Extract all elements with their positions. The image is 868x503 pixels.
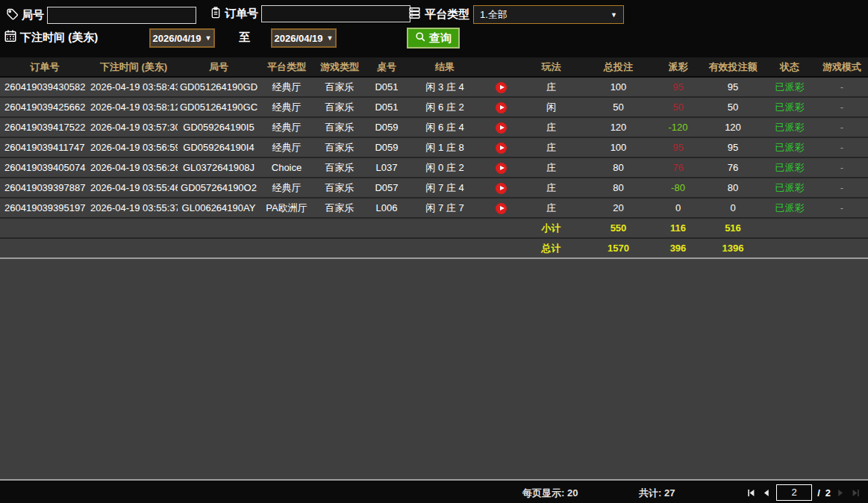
- cell-empty: [260, 218, 313, 238]
- per-page-label: 每页显示: 20: [522, 487, 578, 500]
- server-stack-icon: [408, 7, 421, 22]
- subtotal-valid-bet: 516: [702, 218, 764, 238]
- cell-platform: 经典厅: [260, 117, 313, 137]
- cell-valid-bet: 0: [702, 198, 764, 218]
- cell-table-id: D051: [366, 97, 408, 117]
- replay-play-icon[interactable]: [496, 122, 507, 134]
- tag-icon: [6, 7, 19, 23]
- page-separator: /: [817, 487, 820, 499]
- replay-play-icon[interactable]: [496, 163, 507, 174]
- table-row: 2604190394117472026-04-19 03:56:59GD0592…: [0, 137, 868, 157]
- cell-round-id: GD059264190I4: [178, 137, 260, 157]
- column-header-12: 状态: [764, 57, 816, 77]
- cell-empty: [366, 238, 408, 258]
- order-input[interactable]: [261, 5, 410, 22]
- date-to-select[interactable]: 2026/04/19 ▼: [271, 28, 337, 48]
- cell-status: 已派彩: [764, 137, 816, 157]
- replay-play-icon[interactable]: [496, 102, 507, 113]
- cell-total-bet: 80: [583, 157, 654, 178]
- bet-records-table-area: 订单号下注时间 (美东)局号平台类型游戏类型桌号结果玩法总投注派彩有效投注额状态…: [0, 57, 868, 481]
- cell-game-type: 百家乐: [313, 137, 366, 157]
- result-cell-play: [482, 137, 519, 157]
- bet-records-table: 订单号下注时间 (美东)局号平台类型游戏类型桌号结果玩法总投注派彩有效投注额状态…: [0, 57, 868, 259]
- cell-status: 已派彩: [764, 157, 816, 178]
- result-cell-play: [482, 77, 519, 97]
- cell-empty: [0, 218, 90, 238]
- column-header-11: 有效投注额: [702, 57, 764, 77]
- replay-play-icon[interactable]: [496, 203, 507, 214]
- cell-order-id: 260419039417522: [0, 117, 90, 137]
- platform-filter: 平台类型 1.全部 ▼: [408, 5, 624, 24]
- order-label: 订单号: [225, 7, 258, 21]
- cell-result: 闲 3 庄 4: [408, 77, 482, 97]
- platform-select[interactable]: 1.全部 ▼: [473, 5, 624, 24]
- cell-play: 庄: [519, 198, 583, 218]
- cell-table-id: D057: [366, 178, 408, 198]
- cell-round-id: GL0372641908J: [178, 157, 260, 178]
- cell-play: 庄: [519, 157, 583, 178]
- cell-total-bet: 100: [583, 77, 654, 97]
- calendar-icon: [4, 29, 17, 46]
- cell-bet-time: 2026-04-19 03:57:30: [90, 117, 178, 137]
- column-header-0: 订单号: [0, 57, 90, 77]
- date-from-select[interactable]: 2026/04/19 ▼: [149, 28, 215, 48]
- first-page-button[interactable]: [746, 488, 756, 498]
- cell-table-id: D059: [366, 137, 408, 157]
- cell-bet-time: 2026-04-19 03:58:43: [90, 77, 178, 97]
- replay-play-icon[interactable]: [496, 143, 507, 154]
- cell-empty: [408, 238, 482, 258]
- total-payout: 396: [654, 238, 702, 258]
- last-page-button[interactable]: [851, 488, 861, 498]
- cell-total-bet: 100: [583, 137, 654, 157]
- subtotal-row: 小计550116516: [0, 218, 868, 238]
- replay-play-icon[interactable]: [496, 82, 507, 93]
- page-navigation: / 2: [746, 484, 861, 501]
- cell-empty: [90, 218, 178, 238]
- cell-status: 已派彩: [764, 77, 816, 97]
- cell-valid-bet: 80: [702, 178, 764, 198]
- cell-platform: 经典厅: [260, 77, 313, 97]
- date-to-wrap: 2026/04/19 ▼: [271, 28, 337, 48]
- cell-order-id: 260419039395197: [0, 198, 90, 218]
- cell-platform: Choice: [260, 157, 313, 178]
- replay-play-icon[interactable]: [496, 183, 507, 194]
- total-label: 总计: [519, 238, 583, 258]
- cell-empty: [764, 218, 816, 238]
- column-header-7: [482, 57, 519, 77]
- cell-valid-bet: 120: [702, 117, 764, 137]
- cell-game-type: 百家乐: [313, 198, 366, 218]
- cell-empty: [178, 218, 260, 238]
- cell-total-bet: 50: [583, 97, 654, 117]
- result-cell-play: [482, 157, 519, 178]
- cell-empty: [0, 238, 90, 258]
- search-button[interactable]: 查询: [407, 28, 460, 49]
- filter-bar: 局号 订单号 平台类型 1.全部 ▼ 下注时间 (美东): [0, 0, 868, 57]
- to-label: 至: [239, 31, 250, 45]
- cell-payout: -120: [654, 117, 702, 137]
- cell-play: 庄: [519, 117, 583, 137]
- previous-page-button[interactable]: [761, 488, 771, 498]
- cell-bet-time: 2026-04-19 03:55:37: [90, 198, 178, 218]
- cell-status: 已派彩: [764, 117, 816, 137]
- total-valid-bet: 1396: [702, 238, 764, 258]
- cell-empty: [90, 238, 178, 258]
- cell-order-id: 260419039405074: [0, 157, 90, 178]
- cell-order-id: 260419039397887: [0, 178, 90, 198]
- cell-empty: [816, 238, 868, 258]
- current-page-input[interactable]: [776, 484, 812, 501]
- next-page-button[interactable]: [836, 488, 846, 498]
- cell-empty: [816, 218, 868, 238]
- cell-empty: [408, 218, 482, 238]
- column-header-4: 游戏类型: [313, 57, 366, 77]
- clipboard-icon: [210, 6, 222, 22]
- round-input[interactable]: [47, 7, 196, 24]
- cell-empty: [260, 238, 313, 258]
- chevron-down-icon: ▼: [611, 11, 617, 19]
- cell-play: 庄: [519, 178, 583, 198]
- column-header-10: 派彩: [654, 57, 702, 77]
- chevron-down-icon: ▼: [205, 34, 212, 42]
- cell-platform: PA欧洲厅: [260, 198, 313, 218]
- cell-payout: -80: [654, 178, 702, 198]
- cell-valid-bet: 95: [702, 77, 764, 97]
- subtotal-label: 小计: [519, 218, 583, 238]
